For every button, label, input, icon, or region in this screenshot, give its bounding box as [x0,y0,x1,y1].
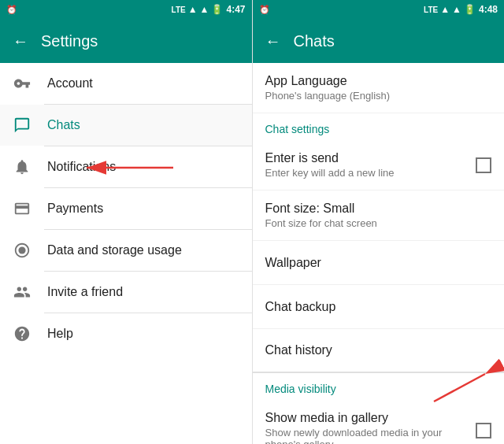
payments-text: Payments [47,202,239,216]
sidebar-item-payments[interactable]: Payments [0,188,252,229]
battery-icon: 🔋 [211,4,223,15]
sidebar-item-notifications[interactable]: Notifications [0,146,252,187]
storage-text: Data and storage usage [47,243,239,257]
enter-send-subtitle: Enter key will add a new line [265,167,476,179]
people-icon [13,283,32,302]
app-language-subtitle: Phone's language (English) [265,90,492,102]
media-visibility-section-label: Media visibility [253,373,505,400]
enter-send-item[interactable]: Enter is send Enter key will add a new l… [253,140,505,191]
right-back-button[interactable]: ← [265,32,281,50]
lte-icon: LTE [172,6,186,14]
bell-icon [13,157,32,176]
right-status-icons: LTE ▲ ▲ 🔋 [424,4,476,15]
help-text: Help [47,327,239,341]
svg-point-0 [18,246,25,253]
right-panel: ⏰ LTE ▲ ▲ 🔋 4:48 ← Chats App Language Ph… [253,0,505,444]
account-label: Account [47,76,239,91]
left-status-bar: ⏰ LTE ▲ ▲ 🔋 4:47 [0,0,252,19]
app-language-title: App Language [265,74,492,88]
right-time: 4:48 [479,4,498,15]
invite-text: Invite a friend [47,285,239,299]
wifi-icon: ▲ [200,4,209,15]
notifications-label: Notifications [47,160,239,174]
font-size-title: Font size: Small [265,202,492,216]
left-time: 4:47 [226,4,245,15]
sidebar-item-help[interactable]: Help [0,313,252,354]
show-media-content: Show media in gallery Show newly downloa… [265,411,476,444]
show-media-title: Show media in gallery [265,411,476,425]
payments-icon [13,199,32,218]
wallpaper-content: Wallpaper [265,256,492,270]
right-lte-icon: LTE [424,6,438,14]
key-icon [13,74,32,93]
chat-history-item[interactable]: Chat history [253,329,505,373]
show-media-checkbox[interactable] [476,423,491,438]
chats-settings-list: App Language Phone's language (English) … [253,63,505,444]
show-media-subtitle: Show newly downloaded media in your phon… [265,427,476,444]
right-signal-icon: ▲ [440,4,450,15]
chat-backup-content: Chat backup [265,300,492,314]
chat-history-content: Chat history [265,343,492,357]
chats-text: Chats [47,118,239,132]
wallpaper-title: Wallpaper [265,256,492,270]
right-battery-icon: 🔋 [464,4,476,15]
storage-icon [13,241,32,260]
left-panel: ⏰ LTE ▲ ▲ 🔋 4:47 ← Settings Account [0,0,252,444]
enter-send-title: Enter is send [265,151,476,165]
enter-send-checkbox[interactable] [476,157,491,173]
font-size-subtitle: Font size for chat screen [265,217,492,229]
font-size-content: Font size: Small Font size for chat scre… [265,202,492,229]
alarm-icon: ⏰ [6,5,17,15]
invite-label: Invite a friend [47,285,239,299]
chats-label: Chats [47,118,239,132]
help-label: Help [47,327,239,341]
payments-label: Payments [47,202,239,216]
enter-send-content: Enter is send Enter key will add a new l… [265,151,476,179]
app-language-content: App Language Phone's language (English) [265,74,492,102]
left-header: ← Settings [0,19,252,63]
sidebar-item-chats[interactable]: Chats [0,105,252,146]
right-wifi-icon: ▲ [452,4,461,15]
font-size-item[interactable]: Font size: Small Font size for chat scre… [253,191,505,241]
chat-backup-title: Chat backup [265,300,492,314]
left-page-title: Settings [41,32,98,50]
app-language-item[interactable]: App Language Phone's language (English) [253,63,505,113]
account-text: Account [47,76,239,91]
wallpaper-item[interactable]: Wallpaper [253,241,505,285]
help-icon [13,324,32,343]
notifications-text: Notifications [47,160,239,174]
chat-history-title: Chat history [265,343,492,357]
back-button[interactable]: ← [13,32,28,50]
sidebar-item-account[interactable]: Account [0,63,252,104]
right-page-title: Chats [294,32,335,50]
sidebar-item-invite[interactable]: Invite a friend [0,272,252,313]
right-status-bar: ⏰ LTE ▲ ▲ 🔋 4:48 [253,0,505,19]
status-icons: LTE ▲ ▲ 🔋 [172,4,224,15]
settings-list: Account Chats Notifications [0,63,252,444]
storage-label: Data and storage usage [47,243,239,257]
chat-backup-item[interactable]: Chat backup [253,285,505,329]
sidebar-item-storage[interactable]: Data and storage usage [0,230,252,271]
signal-icon: ▲ [188,4,198,15]
chat-icon [13,116,32,135]
chat-settings-section-label: Chat settings [253,113,505,140]
show-media-item[interactable]: Show media in gallery Show newly downloa… [253,400,505,444]
right-header: ← Chats [253,19,505,63]
right-alarm-icon: ⏰ [259,5,270,15]
